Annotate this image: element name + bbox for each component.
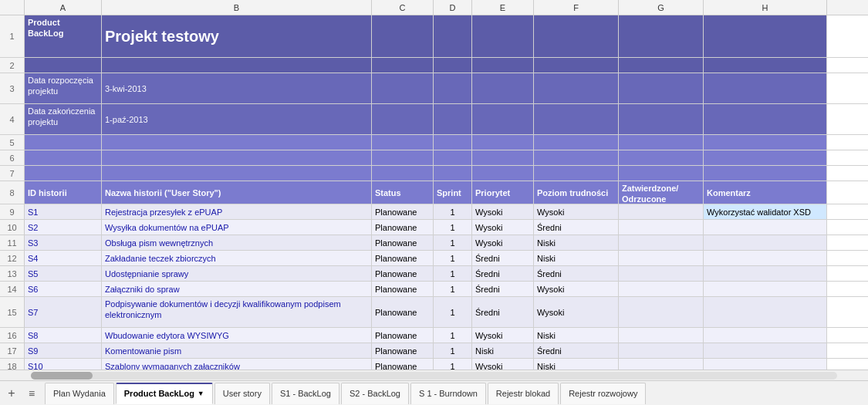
cell-e13[interactable]: Średni bbox=[472, 266, 534, 281]
sheet-menu-button[interactable]: ≡ bbox=[23, 385, 40, 402]
tab-s2---backlog[interactable]: S2 - BackLog bbox=[341, 383, 409, 404]
cell-b11[interactable]: Obsługa pism wewnętrznych bbox=[102, 235, 372, 250]
cell-a17[interactable]: S9 bbox=[25, 343, 102, 358]
cell-b9[interactable]: Rejestracja przesyłek z ePUAP bbox=[102, 204, 372, 219]
cell-h12[interactable] bbox=[704, 251, 827, 265]
cell-d18[interactable]: 1 bbox=[434, 359, 472, 370]
cell-e18[interactable]: Wysoki bbox=[472, 359, 534, 370]
cell-g9[interactable] bbox=[619, 204, 704, 219]
cell-b17[interactable]: Komentowanie pism bbox=[102, 343, 372, 358]
cell-d15[interactable]: 1 bbox=[434, 297, 472, 327]
cell-b18[interactable]: Szablony wymaganych załączników bbox=[102, 359, 372, 370]
cell-b10[interactable]: Wysyłka dokumentów na ePUAP bbox=[102, 220, 372, 235]
cell-a9[interactable]: S1 bbox=[25, 204, 102, 219]
cell-e11[interactable]: Wysoki bbox=[472, 235, 534, 250]
cell-b15[interactable]: Podpisywanie dokumentów i decyzji kwalif… bbox=[102, 297, 372, 327]
cell-g12[interactable] bbox=[619, 251, 704, 265]
cell-d14[interactable]: 1 bbox=[434, 282, 472, 296]
cell-b14[interactable]: Załączniki do spraw bbox=[102, 282, 372, 296]
cell-h17[interactable] bbox=[704, 343, 827, 358]
cell-a10[interactable]: S2 bbox=[25, 220, 102, 235]
cell-a13[interactable]: S5 bbox=[25, 266, 102, 281]
cell-a18[interactable]: S10 bbox=[25, 359, 102, 370]
cell-g15[interactable] bbox=[619, 297, 704, 327]
cell-g16[interactable] bbox=[619, 328, 704, 343]
cell-d13[interactable]: 1 bbox=[434, 266, 472, 281]
scrollbar-thumb[interactable] bbox=[31, 372, 93, 380]
cell-a3[interactable]: Data rozpoczęcia projektu bbox=[25, 73, 102, 103]
cell-a11[interactable]: S3 bbox=[25, 235, 102, 250]
cell-e10[interactable]: Wysoki bbox=[472, 220, 534, 235]
cell-c16[interactable]: Planowane bbox=[372, 328, 434, 343]
cell-g14[interactable] bbox=[619, 282, 704, 296]
cell-h18[interactable] bbox=[704, 359, 827, 370]
cell-g18[interactable] bbox=[619, 359, 704, 370]
cell-a12[interactable]: S4 bbox=[25, 251, 102, 265]
cell-d9[interactable]: 1 bbox=[434, 204, 472, 219]
cell-f13[interactable]: Średni bbox=[534, 266, 619, 281]
cell-e14[interactable]: Średni bbox=[472, 282, 534, 296]
cell-h15[interactable] bbox=[704, 297, 827, 327]
cell-h13[interactable] bbox=[704, 266, 827, 281]
cell-f16[interactable]: Niski bbox=[534, 328, 619, 343]
cell-c13[interactable]: Planowane bbox=[372, 266, 434, 281]
cell-b4[interactable]: 1-paź-2013 bbox=[102, 104, 372, 134]
cell-a1[interactable]: Product BackLog bbox=[25, 15, 102, 57]
cell-g11[interactable] bbox=[619, 235, 704, 250]
col-header-b[interactable]: B bbox=[102, 0, 372, 15]
col-header-e[interactable]: E bbox=[472, 0, 534, 15]
cell-h16[interactable] bbox=[704, 328, 827, 343]
cell-e12[interactable]: Średni bbox=[472, 251, 534, 265]
cell-e15[interactable]: Średni bbox=[472, 297, 534, 327]
cell-f14[interactable]: Wysoki bbox=[534, 282, 619, 296]
cell-h10[interactable] bbox=[704, 220, 827, 235]
cell-g13[interactable] bbox=[619, 266, 704, 281]
cell-h11[interactable] bbox=[704, 235, 827, 250]
cell-c11[interactable]: Planowane bbox=[372, 235, 434, 250]
tab-rejestr-blokad[interactable]: Rejestr blokad bbox=[488, 383, 559, 404]
cell-a14[interactable]: S6 bbox=[25, 282, 102, 296]
col-header-d[interactable]: D bbox=[434, 0, 472, 15]
cell-c15[interactable]: Planowane bbox=[372, 297, 434, 327]
tab-s-1---burndown[interactable]: S 1 - Burndown bbox=[410, 383, 486, 404]
cell-a16[interactable]: S8 bbox=[25, 328, 102, 343]
cell-f12[interactable]: Niski bbox=[534, 251, 619, 265]
tab-rejestr-rozwojowy[interactable]: Rejestr rozwojowy bbox=[560, 383, 646, 404]
cell-d11[interactable]: 1 bbox=[434, 235, 472, 250]
cell-f17[interactable]: Średni bbox=[534, 343, 619, 358]
cell-c12[interactable]: Planowane bbox=[372, 251, 434, 265]
cell-d12[interactable]: 1 bbox=[434, 251, 472, 265]
col-header-g[interactable]: G bbox=[619, 0, 704, 15]
cell-f11[interactable]: Niski bbox=[534, 235, 619, 250]
cell-f10[interactable]: Średni bbox=[534, 220, 619, 235]
cell-d17[interactable]: 1 bbox=[434, 343, 472, 358]
cell-c18[interactable]: Planowane bbox=[372, 359, 434, 370]
cell-h9[interactable]: Wykorzystać walidator XSD bbox=[704, 204, 827, 219]
col-header-a[interactable]: A bbox=[25, 0, 102, 15]
cell-f15[interactable]: Wysoki bbox=[534, 297, 619, 327]
add-sheet-button[interactable]: + bbox=[3, 385, 20, 402]
cell-c14[interactable]: Planowane bbox=[372, 282, 434, 296]
cell-a15[interactable]: S7 bbox=[25, 297, 102, 327]
cell-g17[interactable] bbox=[619, 343, 704, 358]
cell-h14[interactable] bbox=[704, 282, 827, 296]
cell-b3[interactable]: 3-kwi-2013 bbox=[102, 73, 372, 103]
tab-s1---backlog[interactable]: S1 - BackLog bbox=[272, 383, 339, 404]
cell-f9[interactable]: Wysoki bbox=[534, 204, 619, 219]
tab-user-story[interactable]: User story bbox=[214, 383, 270, 404]
scrollbar-track[interactable] bbox=[31, 372, 837, 380]
cell-c17[interactable]: Planowane bbox=[372, 343, 434, 358]
cell-g10[interactable] bbox=[619, 220, 704, 235]
col-header-c[interactable]: C bbox=[372, 0, 434, 15]
tab-plan-wydania[interactable]: Plan Wydania bbox=[45, 383, 114, 404]
cell-e9[interactable]: Wysoki bbox=[472, 204, 534, 219]
tab-product-backlog[interactable]: Product BackLog▼ bbox=[116, 383, 213, 404]
cell-a4[interactable]: Data zakończenia projektu bbox=[25, 104, 102, 134]
cell-b16[interactable]: Wbudowanie edytora WYSIWYG bbox=[102, 328, 372, 343]
cell-b1[interactable]: Projekt testowy bbox=[102, 15, 372, 57]
cell-e17[interactable]: Niski bbox=[472, 343, 534, 358]
col-header-f[interactable]: F bbox=[534, 0, 619, 15]
tab-dropdown-arrow-icon[interactable]: ▼ bbox=[198, 390, 204, 397]
cell-d16[interactable]: 1 bbox=[434, 328, 472, 343]
cell-c10[interactable]: Planowane bbox=[372, 220, 434, 235]
